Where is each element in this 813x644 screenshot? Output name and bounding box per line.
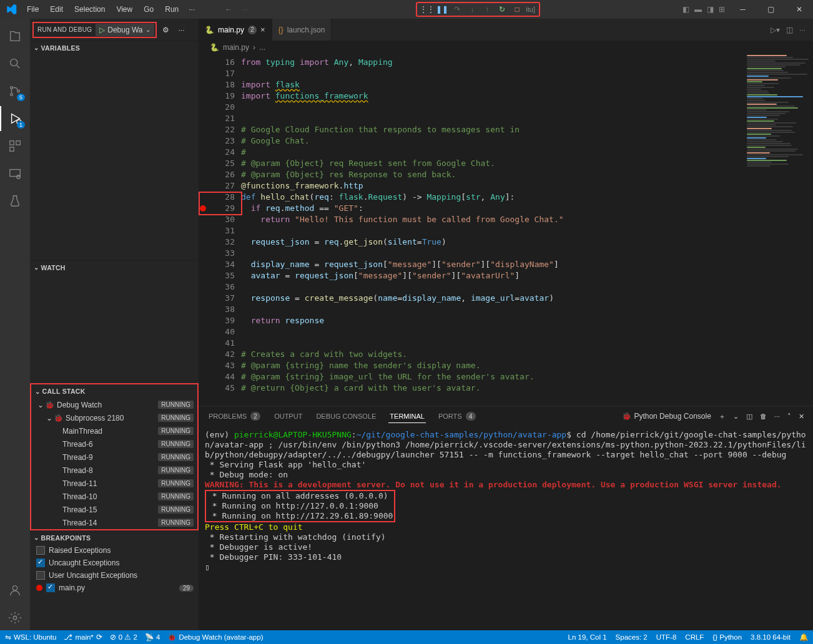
activity-settings-icon[interactable]	[0, 605, 30, 630]
panel-tab-terminal[interactable]: TERMINAL	[388, 410, 426, 423]
close-window-icon[interactable]: ✕	[785, 0, 813, 19]
section-breakpoints[interactable]: ⌄ BREAKPOINTS	[30, 530, 199, 544]
vscode-logo-icon	[0, 4, 22, 15]
debug-hint: itu]	[526, 6, 535, 13]
panel: PROBLEMS2 OUTPUT DEBUG CONSOLE TERMINAL …	[199, 406, 813, 630]
callstack-session[interactable]: ⌄🐞Debug WatchRUNNING	[31, 398, 197, 411]
section-callstack[interactable]: ⌄ CALL STACK	[31, 384, 197, 398]
kill-terminal-icon[interactable]: 🗑	[760, 412, 767, 420]
activity-testing-icon[interactable]	[0, 188, 30, 213]
terminal-select[interactable]: 🐞Python Debug Console	[622, 412, 711, 421]
step-out-icon[interactable]: ↑	[481, 4, 493, 15]
section-watch[interactable]: ⌄ WATCH	[30, 260, 199, 274]
layout-secondary-icon[interactable]: ◨	[707, 5, 714, 14]
layout-customize-icon[interactable]: ⊞	[719, 5, 725, 14]
status-problems[interactable]: ⊘0 ⚠ 2	[110, 633, 137, 642]
section-variables[interactable]: ⌄ VARIABLES	[30, 41, 199, 54]
tab-launch-json[interactable]: {} launch.json	[272, 19, 332, 41]
nav-forward-icon[interactable]: →	[241, 5, 249, 14]
split-terminal-icon[interactable]: ◫	[746, 412, 752, 421]
activity-search-icon[interactable]	[0, 51, 30, 76]
close-icon[interactable]: ×	[260, 25, 265, 34]
restart-icon[interactable]: ↻	[496, 4, 508, 15]
callstack-subprocess[interactable]: ⌄🐞Subprocess 2180RUNNING	[31, 411, 197, 424]
status-interpreter[interactable]: 3.8.10 64-bit	[751, 633, 791, 641]
python-file-icon: 🐍	[210, 43, 219, 52]
breadcrumb[interactable]: 🐍 main.py›...	[199, 41, 813, 54]
callstack-thread[interactable]: Thread-11RUNNING	[31, 477, 197, 490]
editor-group: 🐍 main.py 2 × {} launch.json ▷▾ ◫ ··· 🐍 …	[199, 19, 813, 630]
activity-source-control-icon[interactable]: 5	[0, 79, 30, 104]
split-editor-icon[interactable]: ◫	[786, 26, 793, 34]
status-encoding[interactable]: UTF-8	[656, 633, 677, 641]
status-notifications-icon[interactable]: 🔔	[799, 633, 808, 642]
close-panel-icon[interactable]: ✕	[799, 412, 804, 421]
maximize-icon[interactable]: ▢	[757, 0, 785, 19]
more-icon[interactable]: ···	[175, 26, 188, 34]
panel-tab-ports[interactable]: PORTS4	[437, 409, 477, 423]
callstack-thread[interactable]: Thread-14RUNNING	[31, 516, 197, 529]
split-terminal-dropdown-icon[interactable]: ⌄	[733, 412, 739, 421]
panel-tab-debug-console[interactable]: DEBUG CONSOLE	[315, 410, 377, 422]
activity-bar: 5 1	[0, 19, 30, 630]
step-over-icon[interactable]: ↷	[451, 4, 463, 15]
callstack-thread[interactable]: Thread-9RUNNING	[31, 451, 197, 464]
nav-back-icon[interactable]: ←	[225, 5, 232, 14]
status-lang[interactable]: {} Python	[712, 633, 742, 641]
panel-tab-output[interactable]: OUTPUT	[273, 410, 303, 422]
activity-remote-icon[interactable]	[0, 161, 30, 186]
status-branch[interactable]: ⎇main*⟳	[64, 633, 102, 642]
callstack-thread[interactable]: MainThreadRUNNING	[31, 424, 197, 437]
bp-user-uncaught[interactable]: User Uncaught Exceptions	[30, 569, 199, 582]
new-terminal-icon[interactable]: ＋	[719, 412, 726, 421]
menu-go[interactable]: Go	[139, 2, 159, 16]
callstack-thread[interactable]: Thread-6RUNNING	[31, 437, 197, 451]
status-remote[interactable]: ⇋WSL: Ubuntu	[5, 633, 56, 642]
callstack-thread[interactable]: Thread-10RUNNING	[31, 490, 197, 503]
bp-raised[interactable]: Raised Exceptions	[30, 544, 199, 557]
layout-panel-icon[interactable]: ▬	[694, 5, 702, 14]
sync-icon[interactable]: ⟳	[96, 633, 102, 642]
menu-view[interactable]: View	[111, 2, 137, 16]
activity-accounts-icon[interactable]	[0, 578, 30, 603]
activity-run-debug-icon[interactable]: 1	[0, 106, 30, 131]
step-into-icon[interactable]: ↓	[466, 4, 478, 15]
debug-config-select[interactable]: ▷ Debug Wa ⌄	[96, 24, 154, 36]
stop-icon[interactable]: □	[511, 4, 523, 15]
status-debug[interactable]: 🐞Debug Watch (avatar-app)	[167, 633, 263, 642]
radio-icon: 📡	[145, 633, 154, 642]
maximize-panel-icon[interactable]: ˄	[787, 412, 791, 421]
chevron-down-icon: ⌄	[145, 26, 150, 33]
menu-run[interactable]: Run	[160, 2, 184, 16]
pause-icon[interactable]: ❚❚	[436, 4, 448, 15]
svg-point-9	[17, 175, 21, 179]
svg-point-1	[11, 87, 13, 89]
more-actions-icon[interactable]: ···	[799, 26, 806, 34]
menu-edit[interactable]: Edit	[45, 2, 68, 16]
status-lncol[interactable]: Ln 19, Col 1	[568, 633, 607, 641]
bp-uncaught[interactable]: Uncaught Exceptions	[30, 557, 199, 569]
tab-main-py[interactable]: 🐍 main.py 2 ×	[199, 19, 272, 41]
activity-extensions-icon[interactable]	[0, 134, 30, 159]
callstack-thread[interactable]: Thread-15RUNNING	[31, 503, 197, 516]
bp-file[interactable]: main.py29	[30, 582, 199, 594]
minimize-icon[interactable]: ─	[729, 0, 757, 19]
drag-handle-icon[interactable]: ⋮⋮	[421, 4, 433, 15]
gear-icon[interactable]: ⚙	[159, 26, 173, 34]
menu-overflow[interactable]: ···	[184, 2, 200, 16]
minimap[interactable]	[744, 54, 813, 406]
run-file-icon[interactable]: ▷▾	[771, 26, 780, 34]
debug-badge: 1	[17, 121, 25, 129]
status-eol[interactable]: CRLF	[685, 633, 704, 641]
callstack-thread[interactable]: Thread-8RUNNING	[31, 464, 197, 477]
status-ports[interactable]: 📡4	[145, 633, 160, 642]
panel-tab-problems[interactable]: PROBLEMS2	[207, 409, 262, 423]
menu-file[interactable]: File	[22, 2, 44, 16]
activity-explorer-icon[interactable]	[0, 24, 30, 49]
terminal[interactable]: (env) pierrick@LAPTOP-HKU5PNNG:~/git/goo…	[199, 426, 813, 630]
panel-more-icon[interactable]: ···	[774, 412, 780, 420]
status-spaces[interactable]: Spaces: 2	[616, 633, 648, 641]
menu-selection[interactable]: Selection	[69, 2, 110, 16]
code-editor[interactable]: 1617181920212223242526272829303132333435…	[199, 54, 813, 406]
layout-primary-icon[interactable]: ◧	[682, 5, 689, 14]
